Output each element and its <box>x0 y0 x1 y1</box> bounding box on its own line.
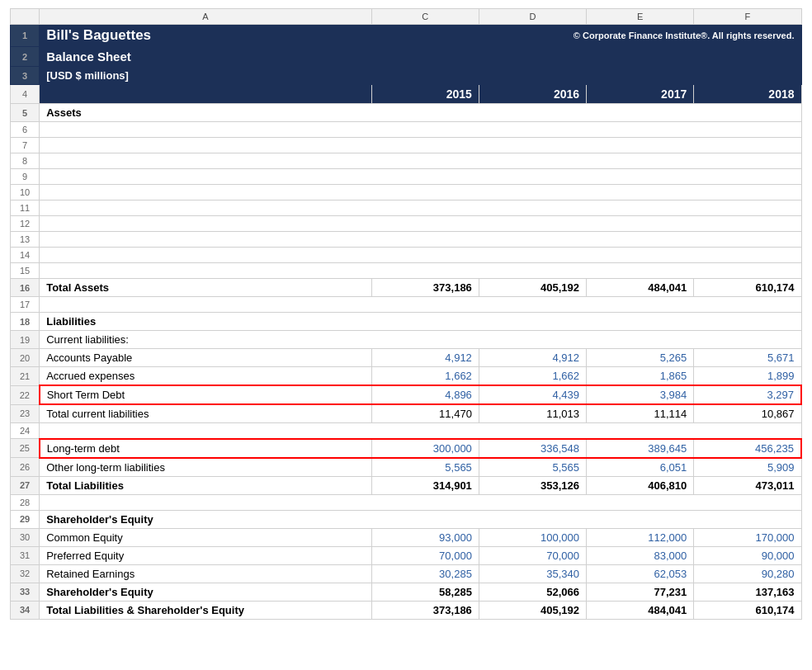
col-c-header: C <box>371 9 479 25</box>
balance-sheet-table: A C D E F 1 Bill's Baguettes © Corporate… <box>10 8 802 620</box>
row-21-accrued: 21 Accrued expenses 1,662 1,662 1,865 1,… <box>11 367 802 386</box>
row-11: 11 <box>11 201 802 216</box>
ce-2017: 112,000 <box>587 528 694 546</box>
row-num-34: 34 <box>11 601 40 619</box>
ce-2015: 93,000 <box>371 528 479 546</box>
re-2017: 62,053 <box>587 564 694 583</box>
row-num-21: 21 <box>11 367 40 386</box>
row-num-18: 18 <box>11 313 40 331</box>
tcl-2016: 11,013 <box>479 404 586 423</box>
current-liabilities-label: Current liabilities: <box>40 331 801 349</box>
row-26-oll: 26 Other long-term liabilities 5,565 5,5… <box>11 458 802 477</box>
row-num-4: 4 <box>11 85 40 104</box>
row-num-8: 8 <box>11 153 40 169</box>
tcl-2017: 11,114 <box>587 404 694 423</box>
copyright: © Corporate Finance Institute®. All righ… <box>479 25 801 47</box>
row-12: 12 <box>11 216 802 232</box>
row-31-pe: 31 Preferred Equity 70,000 70,000 83,000… <box>11 546 802 564</box>
row-15: 15 <box>11 263 802 279</box>
tl-2017: 406,810 <box>587 476 694 494</box>
std-2015: 4,896 <box>371 385 479 404</box>
total-assets-2018: 610,174 <box>694 279 801 297</box>
liabilities-header: Liabilities <box>40 313 801 331</box>
total-assets-2016: 405,192 <box>479 279 586 297</box>
re-2015: 30,285 <box>371 564 479 583</box>
row-num-11: 11 <box>11 201 40 216</box>
row-23-tcl: 23 Total current liabilities 11,470 11,0… <box>11 404 802 423</box>
company-name: Bill's Baguettes <box>40 25 479 47</box>
row-num-19: 19 <box>11 331 40 349</box>
ltd-2015: 300,000 <box>371 439 479 458</box>
row-num-29: 29 <box>11 510 40 528</box>
row-10: 10 <box>11 185 802 201</box>
std-label: Short Term Debt <box>40 385 371 404</box>
tlse-label: Total Liabilities & Shareholder's Equity <box>40 601 371 619</box>
se-total-2015: 58,285 <box>371 583 479 601</box>
tl-2018: 473,011 <box>694 476 801 494</box>
se-total-label: Shareholder's Equity <box>40 583 371 601</box>
se-total-2017: 77,231 <box>587 583 694 601</box>
row-32-re: 32 Retained Earnings 30,285 35,340 62,05… <box>11 564 802 583</box>
row-num-32: 32 <box>11 564 40 583</box>
currency-label: [USD $ millions] <box>40 67 801 85</box>
re-label: Retained Earnings <box>40 564 371 583</box>
oll-label: Other long-term liabilities <box>40 458 371 477</box>
accrued-2018: 1,899 <box>694 367 801 386</box>
row-num-20: 20 <box>11 349 40 367</box>
row-num-17: 17 <box>11 297 40 313</box>
tl-label: Total Liabilities <box>40 476 371 494</box>
ce-2018: 170,000 <box>694 528 801 546</box>
row-4-years: 4 2015 2016 2017 2018 <box>11 85 802 104</box>
row-17: 17 <box>11 297 802 313</box>
row-18-liabilities: 18 Liabilities <box>11 313 802 331</box>
row-num-33: 33 <box>11 583 40 601</box>
total-assets-label: Total Assets <box>40 279 371 297</box>
tl-2015: 314,901 <box>371 476 479 494</box>
tcl-2018: 10,867 <box>694 404 801 423</box>
row-20-ap: 20 Accounts Payable 4,912 4,912 5,265 5,… <box>11 349 802 367</box>
row-num-5: 5 <box>11 104 40 122</box>
row-33-se-total: 33 Shareholder's Equity 58,285 52,066 77… <box>11 583 802 601</box>
tcl-label: Total current liabilities <box>40 404 371 423</box>
accrued-2017: 1,865 <box>587 367 694 386</box>
row-num-6: 6 <box>11 122 40 138</box>
year-2017: 2017 <box>587 85 694 104</box>
ce-label: Common Equity <box>40 528 371 546</box>
row-num-3: 3 <box>11 67 40 85</box>
row-num-22: 22 <box>11 385 40 404</box>
row-2: 2 Balance Sheet <box>11 47 802 67</box>
col-a-header: A <box>40 9 371 25</box>
row-1: 1 Bill's Baguettes © Corporate Finance I… <box>11 25 802 47</box>
std-2016: 4,439 <box>479 385 586 404</box>
row-num-31: 31 <box>11 546 40 564</box>
pe-2017: 83,000 <box>587 546 694 564</box>
year-2016: 2016 <box>479 85 586 104</box>
row-9: 9 <box>11 169 802 185</box>
row-3: 3 [USD $ millions] <box>11 67 802 85</box>
pe-2015: 70,000 <box>371 546 479 564</box>
row-22-std: 22 Short Term Debt 4,896 4,439 3,984 3,2… <box>11 385 802 404</box>
tl-2016: 353,126 <box>479 476 586 494</box>
year-label-blank <box>40 85 371 104</box>
re-2018: 90,280 <box>694 564 801 583</box>
pe-2016: 70,000 <box>479 546 586 564</box>
assets-header: Assets <box>40 104 801 122</box>
total-assets-2015: 373,186 <box>371 279 479 297</box>
se-total-2018: 137,163 <box>694 583 801 601</box>
row-30-ce: 30 Common Equity 93,000 100,000 112,000 … <box>11 528 802 546</box>
row-8: 8 <box>11 153 802 169</box>
row-19-current-liabilities: 19 Current liabilities: <box>11 331 802 349</box>
row-14: 14 <box>11 248 802 263</box>
row-num-2: 2 <box>11 47 40 67</box>
row-5-assets: 5 Assets <box>11 104 802 122</box>
row-34-tlse: 34 Total Liabilities & Shareholder's Equ… <box>11 601 802 619</box>
row-16-total-assets: 16 Total Assets 373,186 405,192 484,041 … <box>11 279 802 297</box>
tcl-2015: 11,470 <box>371 404 479 423</box>
col-f-header: F <box>694 9 801 25</box>
year-2015: 2015 <box>371 85 479 104</box>
col-d-header: D <box>479 9 586 25</box>
row-num-14: 14 <box>11 248 40 263</box>
oll-2018: 5,909 <box>694 458 801 477</box>
row-num-10: 10 <box>11 185 40 201</box>
row-num-28: 28 <box>11 494 40 510</box>
